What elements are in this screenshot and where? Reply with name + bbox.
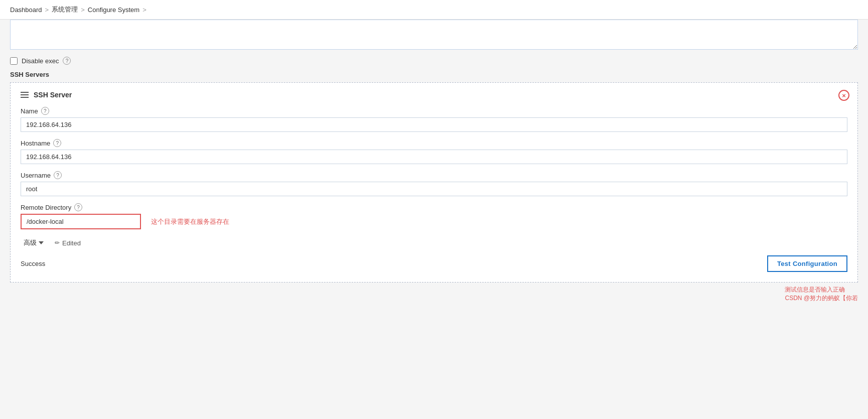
name-input[interactable] [21,117,847,132]
breadcrumb: Dashboard > 系统管理 > Configure System > [0,0,868,20]
watermark-row: 测试信息是否输入正确 CSDN @努力的蚂蚁【你若 [10,286,858,303]
watermark-line1: 测试信息是否输入正确 [785,286,845,293]
breadcrumb-sysadmin[interactable]: 系统管理 [52,5,78,14]
remote-directory-row: 这个目录需要在服务器存在 [21,214,847,229]
breadcrumb-dashboard[interactable]: Dashboard [10,6,42,14]
test-configuration-button[interactable]: Test Configuration [767,255,847,272]
pencil-icon: ✏ [55,239,60,246]
name-field: Name ? [21,107,847,132]
remote-directory-field: Remote Directory ? 这个目录需要在服务器存在 [21,203,847,229]
watermark-text: 测试信息是否输入正确 CSDN @努力的蚂蚁【你若 [785,286,858,303]
disable-exec-row: Disable exec ? [10,57,858,65]
ssh-servers-title: SSH Servers [10,71,858,78]
breadcrumb-sep-1: > [45,6,49,14]
advanced-row: 高级 ✏ Edited [21,236,847,249]
name-label: Name ? [21,107,847,115]
hostname-field: Hostname ? [21,139,847,164]
username-field: Username ? [21,171,847,196]
hostname-input[interactable] [21,150,847,164]
hostname-label: Hostname ? [21,139,847,147]
success-text: Success [21,260,45,267]
hostname-help-icon[interactable]: ? [53,139,61,147]
breadcrumb-sep-3: > [142,6,147,14]
username-help-icon[interactable]: ? [54,171,62,179]
ssh-server-card: SSH Server × Name ? Hostname ? [10,82,858,283]
success-row: Success Test Configuration [21,255,847,272]
top-textarea[interactable] [10,20,858,50]
breadcrumb-sep-2: > [81,6,85,14]
remote-directory-input[interactable] [21,214,141,229]
username-label: Username ? [21,171,847,179]
chevron-down-icon [39,241,44,244]
username-input[interactable] [21,182,847,196]
drag-handle-icon[interactable] [21,92,29,98]
edited-text: Edited [62,239,81,247]
disable-exec-checkbox[interactable] [10,57,18,65]
breadcrumb-current: Configure System [88,6,139,14]
remote-directory-label: Remote Directory ? [21,203,847,211]
advanced-label: 高级 [24,238,37,247]
advanced-button[interactable]: 高级 [21,236,47,249]
remote-directory-hint: 这个目录需要在服务器存在 [151,217,229,226]
disable-exec-help-icon[interactable]: ? [63,57,71,65]
name-help-icon[interactable]: ? [41,107,49,115]
ssh-server-close-button[interactable]: × [838,90,849,101]
ssh-servers-section: SSH Servers SSH Server × Name ? [10,71,858,283]
ssh-server-card-title: SSH Server [34,91,72,99]
remote-directory-help-icon[interactable]: ? [74,203,82,211]
disable-exec-label: Disable exec [22,57,59,65]
ssh-server-card-header: SSH Server [21,91,847,99]
edited-label-container: ✏ Edited [55,239,81,247]
watermark-line2: CSDN @努力的蚂蚁【你若 [785,295,858,302]
